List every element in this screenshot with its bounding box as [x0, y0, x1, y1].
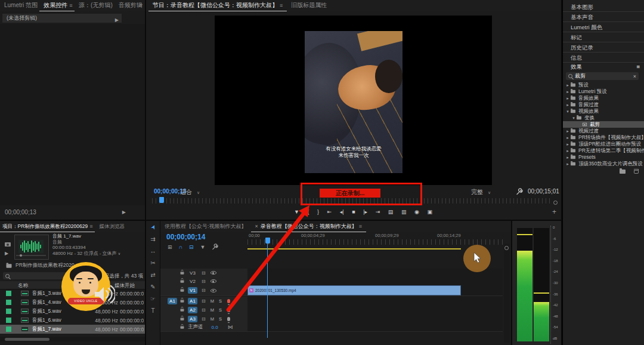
button-editor-icon[interactable]: + [552, 208, 556, 216]
clear-search-icon[interactable]: × [633, 73, 636, 79]
settings-wrench-icon[interactable] [516, 188, 523, 195]
voiceover-record-icon[interactable] [227, 317, 230, 321]
effects-search-field[interactable]: 裁剪 × [566, 72, 639, 80]
panel-menu-icon[interactable]: ≡ [280, 2, 283, 8]
step-back-icon[interactable]: ◂| [340, 209, 344, 215]
tree-chevron-icon[interactable]: ▾ [571, 115, 576, 121]
tree-chevron-icon[interactable]: ▸ [565, 101, 570, 108]
selection-tool[interactable]: ➤ [147, 221, 159, 233]
track-badge-a3[interactable]: A3 [188, 316, 197, 322]
effects-tree-item[interactable]: ▸Presets [563, 154, 644, 161]
sync-lock-icon[interactable]: ⊟ [202, 298, 206, 304]
tab-project[interactable]: 项目：PR制作撕纸效果教程20200629≡ [0, 221, 95, 232]
timeline-zoom-handle[interactable] [504, 246, 509, 250]
project-file-row[interactable]: 音频1_6.wav48,000 Hz00:00:00:0 [0, 316, 145, 325]
track-a3-content[interactable] [247, 315, 503, 323]
tree-chevron-icon[interactable]: ▸ [565, 95, 570, 101]
lock-icon[interactable] [181, 326, 184, 328]
breadcrumb[interactable]: PR制作撕纸效果教程2020 [6, 262, 75, 269]
lock-icon[interactable] [181, 272, 184, 274]
effects-tree-item[interactable]: ▸顶级350款商业大片调色预设 [563, 161, 644, 167]
sync-lock-icon[interactable]: ⊟ [202, 288, 206, 293]
effects-tree-item[interactable]: ▸PR无缝转场第二季【视频制作 [563, 147, 644, 154]
timeline-settings-wrench-icon[interactable] [212, 244, 218, 250]
panel-menu-icon[interactable]: ≡ [636, 61, 640, 72]
program-playhead[interactable] [159, 197, 164, 203]
tab-legacy-title[interactable]: 旧版标题属性 [287, 0, 331, 11]
lock-icon[interactable] [181, 309, 184, 311]
sync-lock-icon[interactable]: ⊟ [202, 279, 206, 284]
new-bin-icon[interactable] [620, 170, 626, 174]
ripple-edit-tool[interactable]: ↔ [148, 247, 158, 255]
project-file-row[interactable]: 音频1_5.wav48,000 Hz00:00:00:0 [0, 307, 145, 316]
linked-selection-icon[interactable]: ⊟ [189, 244, 194, 250]
horizontal-scrollbar[interactable] [0, 337, 145, 341]
label-color-swatch[interactable] [6, 309, 11, 314]
solo-button[interactable]: S [219, 307, 222, 313]
tab-overflow-icon[interactable]: » [139, 1, 143, 8]
slip-tool[interactable]: ⇄ [148, 271, 158, 279]
tree-chevron-icon[interactable]: ▸ [565, 161, 570, 167]
export-frame-icon[interactable]: ◉ [414, 209, 419, 215]
tab-sequence-inactive[interactable]: 使用教程【公众号:视频制作大叔】 [160, 221, 251, 232]
timeline-timecode[interactable]: 00;00;00;14 [166, 233, 205, 241]
track-select-forward-tool[interactable]: ⇉ [148, 235, 158, 243]
stop-icon[interactable]: ■ [352, 209, 355, 215]
tab-program-monitor[interactable]: 节目：录音教程【微信公众号：视频制作大叔】≡ [148, 0, 287, 11]
solo-button[interactable]: S [219, 316, 222, 322]
track-badge-a1[interactable]: A1 [188, 298, 197, 304]
label-color-swatch[interactable] [6, 318, 11, 323]
tree-chevron-icon[interactable]: ▸ [565, 141, 570, 147]
project-file-row[interactable]: 音频1_7.wav48,000 Hz00:00:00:0 [0, 325, 145, 334]
lock-icon[interactable] [181, 318, 184, 320]
solo-button[interactable]: S [219, 298, 222, 304]
effects-tree-item[interactable]: ▸音频效果 [563, 95, 644, 101]
mute-button[interactable]: M [210, 298, 214, 304]
track-badge-v1[interactable]: V1 [188, 287, 197, 294]
play-icon[interactable]: ▶ [122, 210, 126, 215]
pen-tool[interactable]: ✎ [148, 283, 158, 291]
video-clip[interactable]: fx 20200701_130530.mp4 [247, 285, 461, 295]
work-area-bar[interactable] [247, 248, 461, 249]
go-to-out-icon[interactable]: ⇥ [376, 209, 380, 215]
fit-sequence-icon[interactable]: ⋈ [228, 324, 233, 330]
panel-tab-5[interactable]: 历史记录 [563, 42, 644, 53]
delete-icon[interactable] [634, 169, 639, 174]
sync-lock-icon[interactable]: ⊟ [202, 270, 206, 276]
label-color-swatch[interactable] [6, 291, 11, 296]
tab-media-browser[interactable]: 媒体浏览器 [95, 221, 129, 232]
track-a2-content[interactable] [247, 306, 503, 315]
track-visibility-icon[interactable] [210, 271, 216, 275]
tree-chevron-icon[interactable]: ▾ [565, 108, 570, 115]
preview-thumbnail[interactable] [14, 235, 49, 260]
nest-sequence-icon[interactable]: ⊞ [168, 244, 172, 250]
tree-chevron-icon[interactable]: ▸ [565, 134, 570, 141]
mark-out-icon[interactable]: } [317, 209, 319, 215]
effects-panel-header[interactable]: 效果 ≡ [563, 61, 644, 72]
panel-menu-icon[interactable]: ≡ [89, 223, 92, 229]
panel-tab-4[interactable]: 标记 [563, 32, 644, 42]
close-icon[interactable]: × [255, 223, 258, 229]
tab-lumetri-scopes[interactable]: Lumetri 范围 [0, 0, 39, 11]
mark-in-icon[interactable]: { [308, 209, 309, 215]
tree-chevron-icon[interactable]: ▸ [565, 154, 570, 161]
effects-tree-item[interactable]: ▾视频效果 [563, 108, 644, 115]
step-forward-icon[interactable]: |▸ [363, 209, 367, 215]
effects-tree-item[interactable]: ▸视频过渡 [563, 128, 644, 134]
effects-tree-item[interactable]: ▸PR转场插件【视频制作大叔】 [563, 134, 644, 141]
lock-icon[interactable] [181, 280, 184, 282]
panel-tab-3[interactable]: Lumetri 颜色 [563, 22, 644, 32]
add-marker-icon[interactable]: ▼ [294, 209, 299, 215]
playback-resolution-dropdown[interactable]: 完整∨ [471, 188, 491, 196]
track-visibility-icon[interactable] [210, 279, 216, 283]
voiceover-record-icon[interactable] [227, 308, 230, 312]
track-badge-v2[interactable]: V2 [188, 278, 197, 285]
zoom-level-dropdown[interactable]: 适合∨ [180, 188, 200, 196]
tab-source-monitor[interactable]: 源：(无剪辑) [75, 0, 114, 11]
expand-icon[interactable]: ▶ [115, 16, 119, 24]
track-badge-a2[interactable]: A2 [188, 307, 197, 313]
lock-icon[interactable] [181, 289, 184, 291]
effects-tree-item[interactable]: ▸Lumetri 预设 [563, 88, 644, 95]
effects-tree-item[interactable]: ▸预设 [563, 82, 644, 88]
tab-effect-controls[interactable]: 效果控件≡ [39, 0, 75, 11]
